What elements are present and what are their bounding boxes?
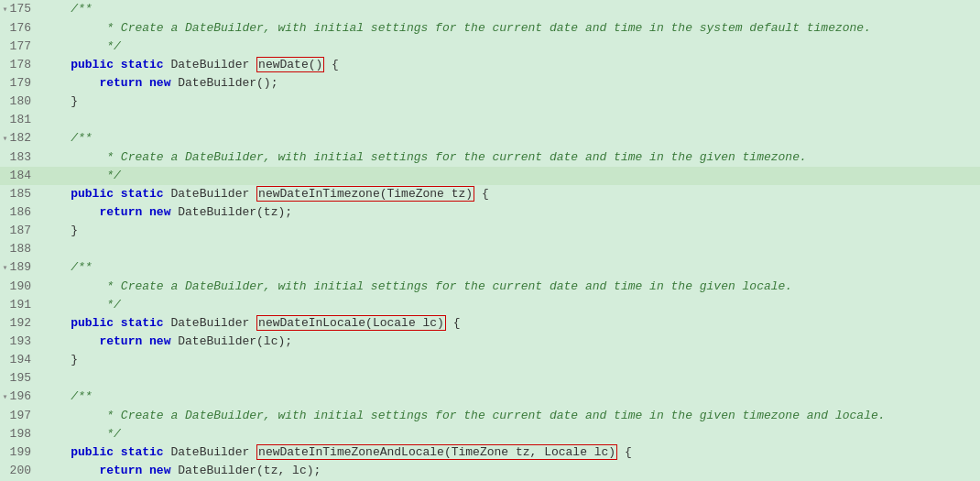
code-line: 195	[0, 369, 980, 388]
keyword: public	[71, 445, 114, 459]
code-line: 179 return new DateBuilder();	[0, 74, 980, 93]
code-content: return new DateBuilder(tz, lc);	[38, 462, 321, 480]
line-number: ▾175	[0, 0, 38, 19]
keyword: return	[99, 205, 142, 219]
keyword: new	[149, 76, 170, 90]
line-number: 186	[0, 203, 38, 222]
line-number: 176	[0, 19, 38, 38]
code-content: * Create a DateBuilder, with initial set…	[38, 19, 871, 38]
comment: /**	[71, 2, 92, 16]
code-line: 199 public static DateBuilder newDateInT…	[0, 443, 980, 462]
comment: * Create a DateBuilder, with initial set…	[99, 150, 806, 164]
code-content: */	[38, 38, 121, 56]
code-content: return new DateBuilder(lc);	[38, 333, 292, 351]
code-line: ▾189 /**	[0, 258, 980, 278]
line-number: 192	[0, 314, 38, 333]
code-content: public static DateBuilder newDateInLocal…	[38, 314, 461, 333]
keyword: public	[71, 58, 114, 71]
comment: */	[99, 298, 120, 312]
keyword: return	[99, 334, 142, 348]
code-line: 176 * Create a DateBuilder, with initial…	[0, 19, 980, 38]
code-line: ▾175 /**	[0, 0, 980, 19]
code-content: * Create a DateBuilder, with initial set…	[38, 278, 792, 296]
code-line: 181	[0, 111, 980, 129]
code-content: public static DateBuilder newDate() {	[38, 56, 339, 74]
line-number: 179	[0, 74, 38, 93]
code-line: 187 }	[0, 222, 980, 240]
line-number: ▾189	[0, 258, 38, 278]
code-content: * Create a DateBuilder, with initial set…	[38, 407, 886, 425]
line-number: 195	[0, 369, 38, 388]
line-number: 187	[0, 222, 38, 240]
code-content: /**	[38, 129, 93, 148]
line-number: ▾182	[0, 129, 38, 148]
code-line: 191 */	[0, 296, 980, 314]
code-content: */	[38, 425, 121, 443]
code-content: return new DateBuilder(tz);	[38, 203, 292, 222]
line-number: 190	[0, 278, 38, 296]
code-content: */	[38, 296, 121, 314]
line-number: 193	[0, 333, 38, 351]
comment: /**	[71, 131, 92, 145]
line-number: 197	[0, 407, 38, 425]
code-line: ▾182 /**	[0, 129, 980, 148]
code-line: 178 public static DateBuilder newDate() …	[0, 56, 980, 74]
code-content: public static DateBuilder newDateInTimeZ…	[38, 443, 632, 462]
code-line: 180 }	[0, 93, 980, 111]
line-number: 178	[0, 56, 38, 74]
comment: * Create a DateBuilder, with initial set…	[99, 279, 792, 293]
code-content: }	[38, 351, 78, 369]
code-line: 198 */	[0, 425, 980, 443]
keyword: public	[71, 187, 114, 201]
code-content: */	[38, 167, 121, 185]
keyword: new	[149, 464, 170, 477]
code-content: public static DateBuilder newDateInTimez…	[38, 185, 489, 203]
code-content: /**	[38, 258, 93, 277]
code-content: /**	[38, 0, 93, 18]
code-line: 183 * Create a DateBuilder, with initial…	[0, 148, 980, 167]
line-number: 184	[0, 167, 38, 185]
code-line: 186 return new DateBuilder(tz);	[0, 203, 980, 222]
code-line: 197 * Create a DateBuilder, with initial…	[0, 407, 980, 425]
code-line: 200 return new DateBuilder(tz, lc);	[0, 462, 980, 480]
keyword: new	[149, 334, 170, 348]
comment: * Create a DateBuilder, with initial set…	[99, 21, 871, 35]
keyword: public	[71, 316, 114, 330]
code-content: }	[38, 222, 78, 240]
comment: * Create a DateBuilder, with initial set…	[99, 409, 885, 422]
line-number: 198	[0, 425, 38, 443]
comment: */	[99, 169, 120, 182]
code-line: 193 return new DateBuilder(lc);	[0, 333, 980, 351]
method-signature: newDate()	[256, 57, 324, 72]
line-number: 177	[0, 38, 38, 56]
line-number: 194	[0, 351, 38, 369]
keyword: return	[99, 464, 142, 477]
method-signature: newDateInLocale(Locale lc)	[256, 315, 446, 331]
code-line: 184 */	[0, 167, 980, 185]
comment: */	[99, 39, 120, 53]
line-number: 185	[0, 185, 38, 203]
comment: /**	[71, 389, 92, 403]
code-content: return new DateBuilder();	[38, 74, 278, 93]
line-number: 188	[0, 240, 38, 258]
code-line: 185 public static DateBuilder newDateInT…	[0, 185, 980, 203]
code-line: 194 }	[0, 351, 980, 369]
comment: /**	[71, 260, 92, 274]
line-number: 200	[0, 462, 38, 480]
keyword: static	[121, 445, 164, 459]
line-number: 181	[0, 111, 38, 129]
line-number: 191	[0, 296, 38, 314]
code-line: 192 public static DateBuilder newDateInL…	[0, 314, 980, 333]
code-content: * Create a DateBuilder, with initial set…	[38, 148, 807, 167]
keyword: new	[149, 205, 170, 219]
code-line: 190 * Create a DateBuilder, with initial…	[0, 278, 980, 296]
line-number: 183	[0, 148, 38, 167]
keyword: static	[121, 187, 164, 201]
line-number: 199	[0, 443, 38, 462]
keyword: static	[121, 316, 164, 330]
code-content: }	[38, 93, 78, 111]
code-editor: ▾175 /**176 * Create a DateBuilder, with…	[0, 0, 980, 481]
code-line: ▾196 /**	[0, 388, 980, 407]
keyword: static	[121, 58, 164, 71]
line-number: 180	[0, 93, 38, 111]
